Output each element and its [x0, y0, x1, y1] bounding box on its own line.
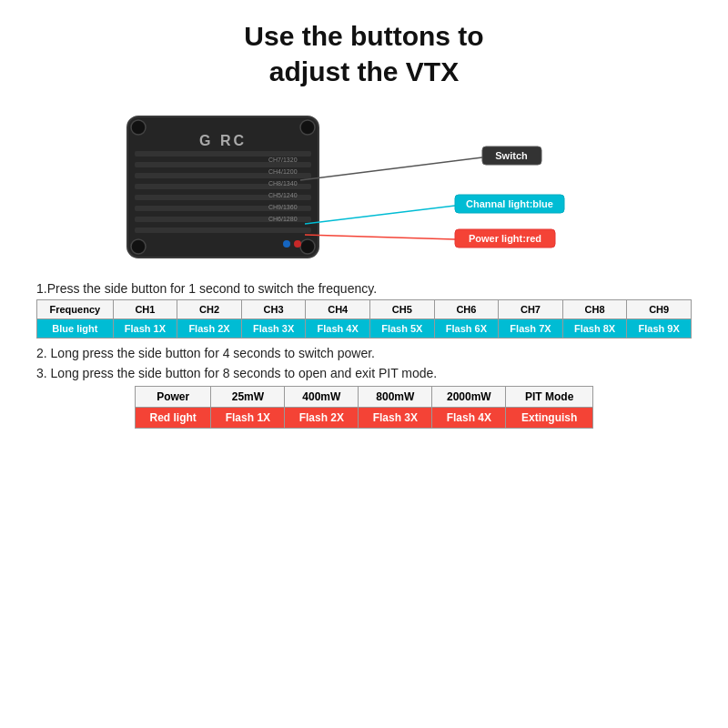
svg-point-21: [294, 240, 301, 248]
title-line1: Use the buttons to: [244, 21, 483, 51]
freq-cell-6: Flash 7X: [499, 319, 563, 339]
freq-header-5: CH5: [370, 300, 435, 319]
svg-point-20: [283, 240, 290, 248]
svg-rect-23: [482, 147, 541, 165]
freq-header-0: Frequency: [37, 300, 114, 319]
freq-header-6: CH6: [434, 300, 499, 319]
svg-text:CH9/1360: CH9/1360: [268, 204, 298, 210]
svg-rect-26: [455, 195, 564, 213]
step2-text: 2. Long press the side button for 4 seco…: [36, 346, 692, 360]
svg-point-9: [131, 120, 146, 135]
freq-cell-3: Flash 4X: [306, 319, 370, 339]
svg-point-10: [300, 120, 315, 135]
power-header-2: 400mW: [285, 387, 359, 408]
step1-text: 1.Press the side button for 1 second to …: [36, 281, 692, 296]
svg-rect-3: [135, 173, 311, 178]
svg-rect-5: [135, 195, 311, 200]
svg-line-28: [305, 235, 455, 239]
svg-rect-2: [135, 162, 311, 167]
frequency-table: FrequencyCH1CH2CH3CH4CH5CH6CH7CH8CH9 Blu…: [36, 299, 692, 339]
svg-text:CH8/1340: CH8/1340: [268, 180, 298, 187]
svg-rect-1: [135, 151, 311, 157]
power-cell-1: Flash 2X: [285, 408, 359, 429]
freq-header-row: FrequencyCH1CH2CH3CH4CH5CH6CH7CH8CH9: [37, 300, 692, 319]
title-line2: adjust the VTX: [269, 56, 459, 86]
freq-header-1: CH1: [113, 300, 177, 319]
svg-text:CH5/1240: CH5/1240: [268, 192, 298, 198]
power-header-5: PIT Mode: [506, 387, 593, 408]
freq-header-4: CH4: [306, 300, 370, 319]
power-header-4: 2000mW: [432, 387, 506, 408]
freq-header-7: CH7: [499, 300, 563, 319]
main-title: Use the buttons to adjust the VTX: [36, 18, 692, 89]
freq-cell-8: Flash 9X: [627, 319, 692, 339]
power-cell-2: Flash 3X: [359, 408, 432, 429]
power-header-3: 800mW: [359, 387, 432, 408]
svg-line-22: [300, 157, 482, 180]
freq-header-3: CH3: [241, 300, 306, 319]
svg-rect-8: [135, 228, 311, 233]
step3-text: 3. Long press the side button for 8 seco…: [36, 366, 692, 380]
power-cell-4: Extinguish: [506, 408, 593, 429]
freq-cell-0: Flash 1X: [113, 319, 177, 339]
power-header-row: Power25mW400mW800mW2000mWPIT Mode: [136, 387, 593, 408]
freq-cell-2: Flash 3X: [241, 319, 306, 339]
svg-rect-0: [127, 116, 318, 258]
svg-rect-6: [135, 206, 311, 211]
svg-text:Channal light:blue: Channal light:blue: [466, 198, 553, 209]
power-cell-3: Flash 4X: [432, 408, 506, 429]
main-container: Use the buttons to adjust the VTX: [0, 0, 728, 728]
svg-rect-4: [135, 184, 311, 189]
freq-header-2: CH2: [177, 300, 242, 319]
power-cell-0: Flash 1X: [211, 408, 285, 429]
device-svg: G RC CH7/1320 CH4/1200 CH8/1340 CH5/1240…: [36, 98, 692, 276]
svg-text:Switch: Switch: [495, 150, 528, 161]
svg-text:CH7/1320: CH7/1320: [268, 157, 298, 163]
freq-header-8: CH8: [562, 300, 627, 319]
freq-cell-4: Flash 5X: [370, 319, 435, 339]
svg-text:G RC: G RC: [199, 133, 247, 148]
freq-cell-5: Flash 6X: [434, 319, 499, 339]
svg-text:Power light:red: Power light:red: [469, 233, 541, 244]
power-header-1: 25mW: [211, 387, 285, 408]
svg-text:CH4/1200: CH4/1200: [268, 168, 298, 175]
svg-line-25: [305, 206, 455, 224]
freq-cell-1: Flash 2X: [177, 319, 242, 339]
freq-data-row: Blue lightFlash 1XFlash 2XFlash 3XFlash …: [37, 319, 692, 339]
power-table: Power25mW400mW800mW2000mWPIT Mode Red li…: [135, 386, 593, 429]
power-header-0: Power: [136, 387, 211, 408]
svg-rect-29: [455, 229, 555, 248]
svg-text:CH6/1280: CH6/1280: [268, 216, 298, 222]
power-data-row: Red lightFlash 1XFlash 2XFlash 3XFlash 4…: [136, 408, 593, 429]
svg-point-12: [300, 239, 315, 254]
svg-rect-7: [135, 217, 311, 222]
device-area: G RC CH7/1320 CH4/1200 CH8/1340 CH5/1240…: [36, 98, 692, 276]
power-row-label: Red light: [136, 408, 211, 429]
freq-row-label: Blue light: [37, 319, 114, 339]
freq-header-9: CH9: [627, 300, 692, 319]
freq-cell-7: Flash 8X: [562, 319, 627, 339]
svg-point-11: [131, 239, 146, 254]
